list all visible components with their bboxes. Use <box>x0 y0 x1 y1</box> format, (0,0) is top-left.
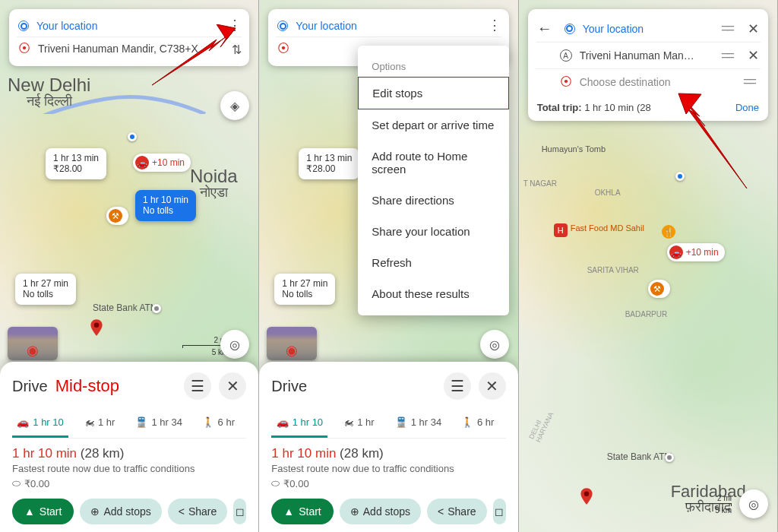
waypoint-dot <box>152 304 161 313</box>
drag-handle-icon[interactable]: == <box>721 48 732 64</box>
pin-icon: ⦿ <box>560 75 572 89</box>
waypoint-bank <box>665 453 674 462</box>
poi-bank: State Bank ATM <box>93 302 158 313</box>
route-description: Fastest route now due to traffic conditi… <box>271 463 505 474</box>
alt-route-2-callout[interactable]: 1 hr 27 min No tolls <box>15 274 76 305</box>
bookmark-button[interactable]: ◻ <box>233 499 246 524</box>
city-noida: Noida नोएडा <box>190 167 238 199</box>
selected-route-callout[interactable]: 1 hr 10 min No tolls <box>135 190 196 221</box>
toll-icon: ⬭ <box>12 477 21 489</box>
menu-share-location[interactable]: Share your location <box>358 216 508 247</box>
back-button[interactable]: ← <box>537 20 552 37</box>
roadwork-chip[interactable]: ⚒ <box>648 280 670 298</box>
drag-handle-icon[interactable]: == <box>743 74 754 90</box>
menu-refresh[interactable]: Refresh <box>358 247 508 278</box>
area-vihar: SARITA VIHAR <box>587 266 639 274</box>
addstop-icon: ⊕ <box>90 505 100 518</box>
share-icon: < <box>179 505 185 518</box>
train-icon: 🚆 <box>395 416 407 428</box>
mode-drive[interactable]: 🚗1 hr 10 <box>271 410 327 438</box>
menu-edit-stops[interactable]: Edit stops <box>358 77 508 109</box>
share-icon: < <box>438 505 444 518</box>
add-stops-button[interactable]: ⊕Add stops <box>340 499 421 524</box>
svg-point-1 <box>584 492 589 497</box>
restaurant-icon: 🍴 <box>662 225 675 239</box>
alt-route-2-callout[interactable]: 1 hr 27 min No tolls <box>274 274 335 305</box>
done-button[interactable]: Done <box>735 102 759 113</box>
traffic-delay-chip[interactable]: 🚗+10 min <box>667 243 725 261</box>
origin-dot <box>675 172 685 181</box>
route-summary: 1 hr 10 min (28 km) <box>12 446 246 461</box>
panel-3: Humayun's Tomb OKHLA T NAGAR SARITA VIHA… <box>519 0 778 532</box>
origin-field[interactable]: Your location <box>276 15 501 37</box>
choose-destination-field[interactable]: ⦿ Choose destination == <box>536 68 761 94</box>
drag-handle-icon[interactable]: == <box>721 21 732 36</box>
menu-add-home[interactable]: Add route to Home screen <box>358 141 508 185</box>
route-summary: 1 hr 10 min (28 km) <box>271 446 505 461</box>
origin-field[interactable]: ← Your location == ✕ <box>536 15 761 42</box>
directions-sheet: Drive ☰ ✕ 🚗1 hr 10 🏍1 hr 🚆1 hr 34 🚶6 hr … <box>259 362 517 532</box>
traffic-delay-chip[interactable]: 🚗+10 min <box>133 154 191 172</box>
bookmark-icon: ◻ <box>495 505 504 518</box>
nav-icon: ▲ <box>283 505 294 518</box>
mode-motorcycle[interactable]: 🏍1 hr <box>330 410 387 438</box>
recenter-button[interactable]: ◎ <box>739 489 768 518</box>
recenter-button[interactable]: ◎ <box>480 330 509 359</box>
area-nagar: T NAGAR <box>523 179 557 188</box>
close-sheet-button[interactable]: ✕ <box>219 372 246 400</box>
mode-transit[interactable]: 🚆1 hr 34 <box>131 410 187 438</box>
overflow-menu-button[interactable]: ⋮ <box>488 17 501 33</box>
share-button[interactable]: <Share <box>427 499 487 524</box>
streetview-thumbnail[interactable] <box>8 327 58 360</box>
remove-stop-button[interactable]: ✕ <box>748 47 759 64</box>
stop-a-field[interactable]: A Triveni Hanuman Man… == ✕ <box>536 42 761 68</box>
travel-mode-tabs: 🚗1 hr 10 🏍1 hr 🚆1 hr 34 🚶6 hr <box>12 410 246 439</box>
sheet-title: Drive <box>271 378 307 395</box>
directions-card: Your location ⦿ Triveni Hanuman Mandir, … <box>9 9 249 66</box>
toll-icon: ⬭ <box>271 477 280 489</box>
close-sheet-button[interactable]: ✕ <box>479 372 506 400</box>
route-cost: ⬭₹0.00 <box>271 477 505 489</box>
overflow-menu-button[interactable]: ⋮ <box>228 17 242 33</box>
menu-share-directions[interactable]: Share directions <box>358 185 508 216</box>
stop-a-icon: A <box>560 49 572 62</box>
menu-about-results[interactable]: About these results <box>358 278 508 309</box>
addstop-icon: ⊕ <box>350 505 359 518</box>
stops-card: ← Your location == ✕ A Triveni Hanuman M… <box>528 9 768 121</box>
car-icon: 🚗 <box>277 416 289 428</box>
menu-depart-time[interactable]: Set depart or arrive time <box>358 109 508 141</box>
start-button[interactable]: ▲Start <box>12 499 74 524</box>
destination-pin <box>577 486 596 506</box>
route-options-button[interactable]: ☰ <box>444 372 471 400</box>
share-button[interactable]: <Share <box>168 499 228 524</box>
bookmark-button[interactable]: ◻ <box>493 499 506 524</box>
add-stops-button[interactable]: ⊕Add stops <box>80 499 161 524</box>
mode-walk[interactable]: 🚶6 hr <box>450 410 506 438</box>
roadwork-chip[interactable]: ⚒ <box>106 207 128 225</box>
overflow-menu: Options Edit stops Set depart or arrive … <box>358 46 508 315</box>
start-button[interactable]: ▲Start <box>271 499 333 524</box>
alt-route-1-callout[interactable]: 1 hr 13 min ₹28.00 <box>299 148 359 179</box>
mode-drive[interactable]: 🚗1 hr 10 <box>12 410 68 438</box>
hospital-icon: H <box>554 223 568 237</box>
total-trip-label: Total trip: 1 hr 10 min (28 <box>537 102 651 113</box>
bookmark-icon: ◻ <box>236 505 245 518</box>
poi-fastfood: Fast Food MD Sahil <box>571 223 644 233</box>
origin-field[interactable]: Your location <box>17 15 242 37</box>
pin-icon: ⦿ <box>18 42 30 55</box>
area-badarpur: BADARPUR <box>625 310 668 318</box>
mode-motorcycle[interactable]: 🏍1 hr <box>71 410 128 438</box>
alt-route-1-callout[interactable]: 1 hr 13 min ₹28.00 <box>46 148 106 179</box>
mode-walk[interactable]: 🚶6 hr <box>190 410 246 438</box>
streetview-thumbnail[interactable] <box>267 327 317 360</box>
swap-button[interactable]: ⇅ <box>232 43 242 57</box>
sheet-title: Drive <box>12 378 48 395</box>
mode-transit[interactable]: 🚆1 hr 34 <box>390 410 446 438</box>
poi-bank: State Bank ATM <box>607 451 672 462</box>
walk-icon: 🚶 <box>461 416 473 428</box>
destination-field[interactable]: ⦿ Triveni Hanuman Mandir, C738+X <box>17 37 242 60</box>
route-options-button[interactable]: ☰ <box>184 372 211 400</box>
map-scale: 2 mi 5 km <box>686 494 732 515</box>
svg-point-0 <box>94 323 100 328</box>
remove-stop-button[interactable]: ✕ <box>748 21 759 37</box>
